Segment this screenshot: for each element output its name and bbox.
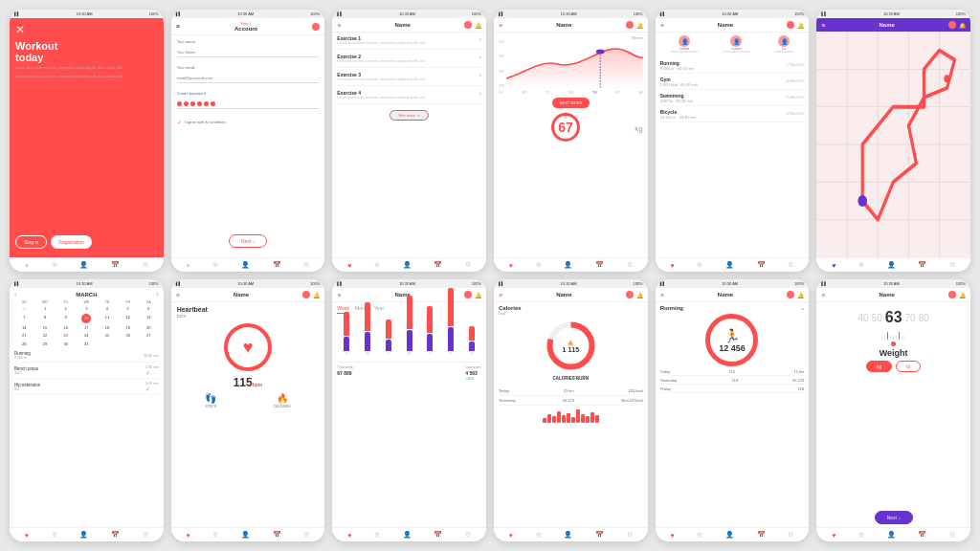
b11-gear[interactable]: ⚙ [788, 531, 793, 539]
wk-bell[interactable]: 🔔 [475, 292, 481, 298]
b10-cal[interactable]: 📅 [595, 531, 604, 539]
weight-next-button[interactable]: Next › [875, 511, 913, 524]
b12-heart[interactable]: ♥ [832, 532, 835, 539]
run-menu-icon[interactable]: ≡ [660, 292, 664, 298]
b6-cal[interactable]: 📅 [918, 261, 926, 269]
wk-menu-icon[interactable]: ≡ [337, 292, 341, 298]
name-input[interactable] [177, 48, 320, 57]
b7-person[interactable]: 👤 [79, 531, 88, 539]
b11-cal[interactable]: 📅 [757, 531, 766, 539]
b7-gear[interactable]: ⚙ [143, 531, 148, 539]
cal-d-10-today[interactable]: 10 [81, 314, 91, 323]
b12-add[interactable]: ⊕ [858, 531, 864, 539]
cal-d-28[interactable]: 28 [14, 341, 34, 348]
cal-d-27[interactable]: 27 [139, 332, 159, 340]
b3-gear[interactable]: ⚙ [465, 261, 471, 269]
cal-d-1[interactable]: 1 [35, 305, 56, 313]
cal-d-4[interactable]: 4 [98, 305, 118, 313]
exercise-menu-icon[interactable]: ≡ [337, 22, 341, 29]
nav-person-icon[interactable]: 👤 [79, 261, 88, 269]
b5-add[interactable]: ⊕ [697, 261, 702, 269]
cal-d-15[interactable]: 15 [35, 324, 56, 332]
cal-d-7[interactable]: 7 [14, 314, 34, 323]
lb-button[interactable]: lb [896, 361, 921, 372]
b7-heart[interactable]: ♥ [25, 532, 29, 539]
cal-d-3[interactable]: 3 [77, 305, 97, 313]
nav-gear-icon[interactable]: ⚙ [143, 261, 148, 269]
b10-person[interactable]: 👤 [564, 531, 572, 539]
b2-heart[interactable]: ♥ [187, 262, 190, 269]
b4-cal[interactable]: 📅 [595, 261, 604, 269]
b11-add[interactable]: ⊕ [697, 531, 702, 539]
weight-bell[interactable]: 🔔 [959, 292, 966, 298]
b9-heart[interactable]: ♥ [347, 532, 351, 539]
b3-person[interactable]: 👤 [403, 261, 412, 269]
weight-menu-icon[interactable]: ≡ [821, 292, 825, 298]
map-menu-icon[interactable]: ≡ [821, 22, 825, 29]
cal-bell[interactable]: 🔔 [636, 292, 643, 298]
cal-d-2[interactable]: 2 [56, 305, 76, 313]
cal-d-9[interactable]: 9 [56, 314, 76, 323]
b4-person[interactable]: 👤 [564, 261, 572, 269]
chart-menu-icon[interactable]: ≡ [499, 22, 502, 29]
cal-d-18[interactable]: 18 [98, 324, 118, 332]
cal-d-31b[interactable]: 31 [77, 341, 97, 348]
weight-70[interactable]: 70 [905, 313, 916, 323]
hb-bell[interactable]: 🔔 [313, 292, 320, 298]
b12-gear[interactable]: ⚙ [949, 531, 955, 539]
cal-d-19[interactable]: 19 [118, 324, 138, 332]
cal-d-14[interactable]: 14 [14, 324, 34, 332]
b5-heart[interactable]: ♥ [671, 262, 675, 269]
cal-d-24[interactable]: 24 [77, 332, 97, 340]
b5-gear[interactable]: ⚙ [788, 261, 793, 269]
next-button[interactable]: Next › [229, 234, 267, 248]
b4-heart[interactable]: ♥ [509, 262, 513, 269]
b2-person[interactable]: 👤 [241, 261, 250, 269]
weight-80[interactable]: 80 [919, 313, 929, 323]
cal-d-30[interactable]: 30 [56, 341, 76, 348]
weight-50[interactable]: 50 [872, 313, 882, 323]
cal-d-5[interactable]: 5 [118, 305, 138, 313]
chart-bell[interactable]: 🔔 [636, 22, 643, 29]
cal-menu-icon[interactable]: ≡ [499, 292, 502, 298]
b9-person[interactable]: 👤 [403, 531, 412, 539]
b8-add[interactable]: ⊕ [212, 531, 218, 539]
act-bell[interactable]: 🔔 [797, 22, 804, 29]
cal-d-21[interactable]: 21 [14, 332, 34, 340]
cal-d-12[interactable]: 12 [118, 314, 138, 323]
cal-prev-arrow[interactable]: ‹ [14, 291, 16, 298]
b5-cal[interactable]: 📅 [757, 261, 766, 269]
weight-40[interactable]: 40 [858, 313, 869, 323]
b9-cal[interactable]: 📅 [434, 531, 442, 539]
cal-d-16[interactable]: 16 [56, 324, 76, 332]
cal-d-29[interactable]: 29 [35, 341, 56, 348]
b9-gear[interactable]: ⚙ [465, 531, 471, 539]
cal-d-22[interactable]: 22 [35, 332, 56, 340]
b7-cal[interactable]: 📅 [111, 531, 120, 539]
b8-heart[interactable]: ♥ [187, 532, 190, 539]
b8-person[interactable]: 👤 [241, 531, 250, 539]
b10-gear[interactable]: ⚙ [627, 531, 633, 539]
nav-add-icon[interactable]: ⊕ [52, 261, 57, 269]
cal-next-arrow[interactable]: › [156, 291, 158, 298]
b6-person[interactable]: 👤 [887, 261, 896, 269]
cal-d-26[interactable]: 26 [118, 332, 138, 340]
nav-cal-icon[interactable]: 📅 [111, 261, 120, 269]
b2-cal[interactable]: 📅 [273, 261, 281, 269]
next-week-button[interactable]: NEXT WEEK [552, 98, 590, 108]
b3-add[interactable]: ⊕ [374, 261, 380, 269]
ex-bell[interactable]: 🔔 [475, 22, 481, 29]
menu-icon[interactable]: ≡ [176, 23, 180, 30]
cal-d-31[interactable]: 31 [14, 305, 34, 313]
b6-add[interactable]: ⊕ [858, 261, 864, 269]
b10-add[interactable]: ⊕ [536, 531, 542, 539]
b11-person[interactable]: 👤 [725, 531, 734, 539]
b10-heart[interactable]: ♥ [509, 532, 513, 539]
cal-d-6[interactable]: 6 [139, 305, 159, 313]
cal-d-20[interactable]: 20 [139, 324, 159, 332]
run-bell[interactable]: 🔔 [797, 292, 804, 298]
weight-63[interactable]: 63 [885, 309, 902, 326]
b12-cal[interactable]: 📅 [918, 531, 926, 539]
b9-add[interactable]: ⊕ [374, 531, 380, 539]
act-menu-icon[interactable]: ≡ [660, 22, 664, 29]
